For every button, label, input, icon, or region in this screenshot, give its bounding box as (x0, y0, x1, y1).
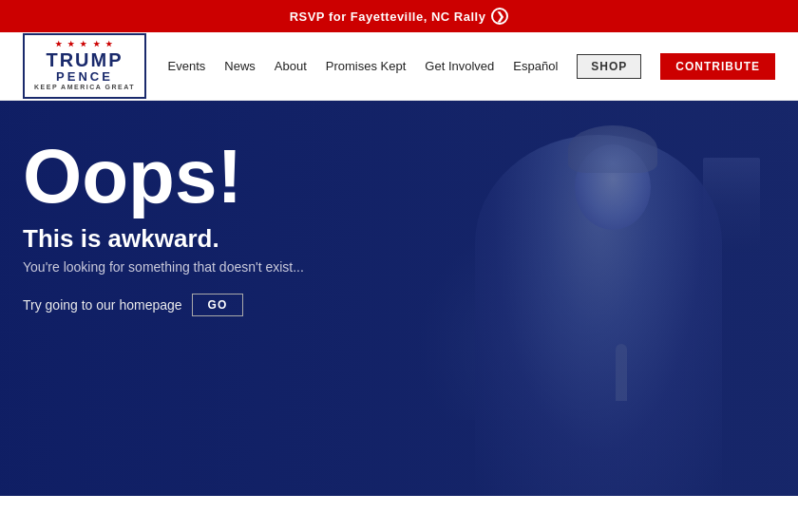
error-subtitle: This is awkward. (23, 224, 304, 254)
nav-news[interactable]: News (224, 59, 256, 73)
error-title: Oops! (23, 139, 304, 215)
nav-promises[interactable]: Promises Kept (326, 59, 407, 73)
nav-espanol[interactable]: Español (513, 59, 558, 73)
banner-arrow: ❯ (491, 8, 508, 25)
logo-box[interactable]: ★ ★ ★ ★ ★ TRUMP PENCE KEEP AMERICA GREAT (23, 33, 146, 99)
header: ★ ★ ★ ★ ★ TRUMP PENCE KEEP AMERICA GREAT… (0, 32, 798, 101)
go-button[interactable]: GO (192, 294, 244, 316)
nav-events[interactable]: Events (168, 59, 206, 73)
logo-pence: PENCE (34, 70, 135, 84)
hero-section: Oops! This is awkward. You're looking fo… (0, 101, 798, 496)
top-banner[interactable]: RSVP for Fayetteville, NC Rally ❯ (0, 0, 798, 32)
banner-text: RSVP for Fayetteville, NC Rally (290, 10, 486, 24)
nav-about[interactable]: About (275, 59, 307, 73)
nav: Events News About Promises Kept Get Invo… (168, 53, 775, 80)
logo-trump: TRUMP (34, 49, 135, 70)
logo-tagline: KEEP AMERICA GREAT (34, 84, 135, 91)
error-subtext: You're looking for something that doesn'… (23, 259, 304, 275)
homepage-row: Try going to our homepage GO (23, 294, 304, 316)
hero-content: Oops! This is awkward. You're looking fo… (23, 139, 304, 316)
logo-stars: ★ ★ ★ ★ ★ (34, 41, 135, 49)
shop-button[interactable]: SHOP (577, 54, 641, 79)
contribute-button[interactable]: CONTRIBUTE (660, 53, 775, 80)
nav-get-involved[interactable]: Get Involved (425, 59, 494, 73)
homepage-prompt: Try going to our homepage (23, 297, 182, 313)
logo-area[interactable]: ★ ★ ★ ★ ★ TRUMP PENCE KEEP AMERICA GREAT (23, 33, 146, 99)
